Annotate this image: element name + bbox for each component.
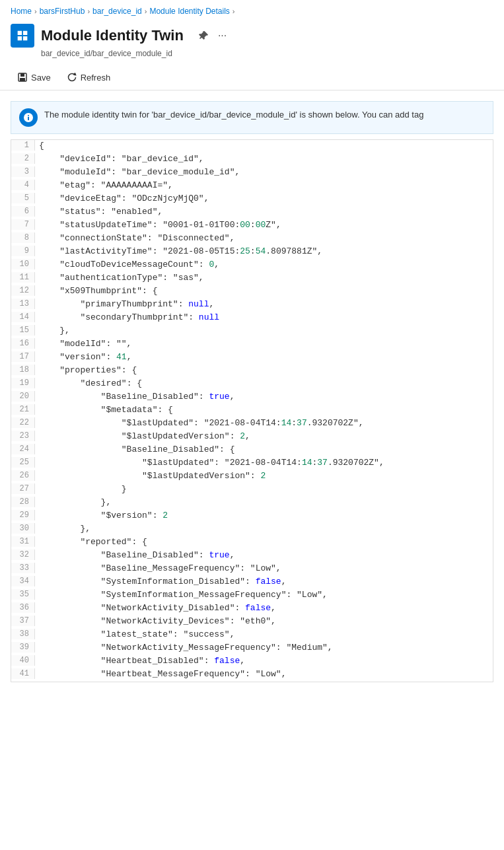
info-svg: [23, 112, 34, 123]
line-number: 41: [11, 668, 35, 679]
line-number: 22: [11, 417, 35, 428]
page-title: Module Identity Twin: [41, 27, 184, 44]
refresh-button[interactable]: Refresh: [60, 69, 118, 86]
line-content: "version": 41,: [35, 351, 493, 363]
save-icon: [17, 72, 28, 83]
code-line: 21 "$metadata": {: [11, 404, 493, 417]
code-line: 10 "cloudToDeviceMessageCount": 0,: [11, 259, 493, 272]
page-header: Module Identity Twin ···: [0, 20, 504, 49]
line-number: 21: [11, 404, 35, 415]
line-content: {: [35, 140, 493, 151]
info-message: The module identity twin for 'bar_device…: [44, 108, 423, 122]
line-number: 33: [11, 563, 35, 573]
code-line: 28 },: [11, 497, 493, 510]
line-content: "status": "enabled",: [35, 206, 493, 217]
line-number: 31: [11, 536, 35, 547]
line-number: 18: [11, 365, 35, 375]
code-line: 5 "deviceEtag": "ODczNjcyMjQ0",: [11, 193, 493, 206]
line-content: "$metadata": {: [35, 404, 493, 415]
refresh-icon: [67, 72, 77, 83]
code-line: 25 "$lastUpdated": "2021-08-04T14:14:37.…: [11, 457, 493, 470]
info-banner: The module identity twin for 'bar_device…: [11, 101, 493, 134]
breadcrumb-home[interactable]: Home: [11, 7, 32, 16]
more-options-button[interactable]: ···: [215, 27, 229, 44]
header-svg-icon: [15, 28, 30, 43]
code-line: 4 "etag": "AAAAAAAAAI=",: [11, 180, 493, 193]
line-number: 11: [11, 272, 35, 283]
line-content: "secondaryThumbprint": null: [35, 312, 493, 323]
breadcrumb-sep-1: ›: [34, 7, 37, 15]
code-lines: 1{2 "deviceId": "bar_device_id",3 "modul…: [11, 140, 493, 682]
code-line: 15 },: [11, 325, 493, 338]
line-content: "Baseline_Disabled": true,: [35, 549, 493, 561]
code-line: 2 "deviceId": "bar_device_id",: [11, 153, 493, 166]
line-content: "$lastUpdated": "2021-08-04T14:14:37.932…: [35, 457, 493, 468]
code-line: 35 "SystemInformation_MessageFrequency":…: [11, 589, 493, 602]
line-content: "NetworkActivity_MessageFrequency": "Med…: [35, 642, 493, 653]
line-number: 5: [11, 193, 35, 203]
code-line: 37 "NetworkActivity_Devices": "eth0",: [11, 616, 493, 629]
line-content: "NetworkActivity_Devices": "eth0",: [35, 616, 493, 627]
code-line: 31 "reported": {: [11, 536, 493, 549]
line-number: 16: [11, 338, 35, 349]
line-content: "authenticationType": "sas",: [35, 272, 493, 283]
line-content: "$version": 2: [35, 510, 493, 521]
header-actions: ···: [196, 27, 229, 44]
code-line: 16 "modelId": "",: [11, 338, 493, 351]
line-number: 1: [11, 140, 35, 151]
line-number: 29: [11, 510, 35, 520]
svg-rect-2: [20, 78, 25, 81]
code-line: 23 "$lastUpdatedVersion": 2,: [11, 431, 493, 444]
line-number: 10: [11, 259, 35, 269]
breadcrumb: Home › barsFirstHub › bar_device_id › Mo…: [0, 0, 504, 20]
line-number: 25: [11, 457, 35, 468]
line-content: },: [35, 497, 493, 508]
line-number: 39: [11, 642, 35, 653]
save-label: Save: [31, 73, 51, 83]
module-identity-twin-icon: [11, 24, 34, 48]
line-number: 6: [11, 206, 35, 217]
ellipsis-icon: ···: [218, 30, 227, 42]
line-content: },: [35, 523, 493, 534]
line-content: }: [35, 483, 493, 495]
line-content: "statusUpdateTime": "0001-01-01T00:00:00…: [35, 219, 493, 230]
line-content: "SystemInformation_Disabled": false,: [35, 576, 493, 587]
line-number: 3: [11, 166, 35, 177]
toolbar: Save Refresh: [0, 65, 504, 90]
code-line: 11 "authenticationType": "sas",: [11, 272, 493, 285]
breadcrumb-sep-3: ›: [145, 7, 147, 15]
line-number: 15: [11, 325, 35, 336]
line-content: "properties": {: [35, 365, 493, 376]
line-number: 38: [11, 629, 35, 639]
line-content: "x509Thumbprint": {: [35, 285, 493, 297]
line-content: "NetworkActivity_Disabled": false,: [35, 602, 493, 614]
line-number: 7: [11, 219, 35, 230]
code-line: 24 "Baseline_Disabled": {: [11, 444, 493, 457]
breadcrumb-sep-2: ›: [87, 7, 90, 15]
line-number: 17: [11, 351, 35, 362]
code-line: 29 "$version": 2: [11, 510, 493, 523]
code-line: 13 "primaryThumbprint": null,: [11, 299, 493, 312]
breadcrumb-sep-4: ›: [233, 7, 235, 15]
code-line: 34 "SystemInformation_Disabled": false,: [11, 576, 493, 589]
breadcrumb-device[interactable]: bar_device_id: [92, 7, 142, 16]
breadcrumb-hub[interactable]: barsFirstHub: [40, 7, 85, 16]
line-number: 27: [11, 483, 35, 494]
line-number: 35: [11, 589, 35, 600]
line-number: 36: [11, 602, 35, 613]
line-content: "cloudToDeviceMessageCount": 0,: [35, 259, 493, 270]
save-button[interactable]: Save: [11, 69, 57, 86]
pin-button[interactable]: [196, 28, 211, 44]
line-content: "Heartbeat_Disabled": false,: [35, 655, 493, 666]
line-number: 32: [11, 549, 35, 560]
code-editor[interactable]: 1{2 "deviceId": "bar_device_id",3 "modul…: [11, 139, 493, 682]
line-number: 4: [11, 180, 35, 190]
code-line: 22 "$lastUpdated": "2021-08-04T14:14:37.…: [11, 417, 493, 431]
code-line: 7 "statusUpdateTime": "0001-01-01T00:00:…: [11, 219, 493, 232]
line-content: "Heartbeat_MessageFrequency": "Low",: [35, 668, 493, 680]
line-content: "connectionState": "Disconnected",: [35, 232, 493, 244]
code-line: 26 "$lastUpdatedVersion": 2: [11, 470, 493, 483]
breadcrumb-page[interactable]: Module Identity Details: [149, 7, 229, 16]
line-number: 28: [11, 497, 35, 507]
line-content: "primaryThumbprint": null,: [35, 299, 493, 310]
